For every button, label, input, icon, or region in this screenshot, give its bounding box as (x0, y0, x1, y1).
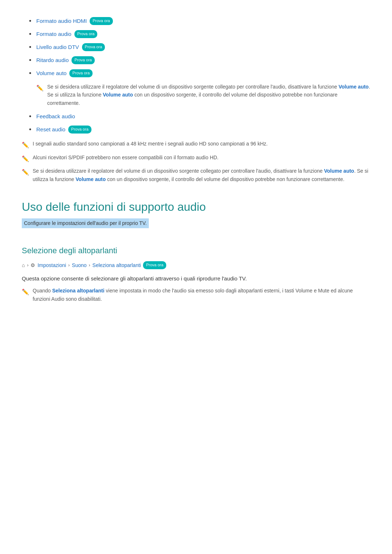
formato-hdmi-badge: Prova ora (90, 17, 113, 25)
volume-auto-link[interactable]: Volume auto (36, 69, 66, 78)
note-volume-auto: ✏️ Se si desidera utilizzare il regolato… (36, 83, 370, 107)
subsection-title: Selezione degli altoparlanti (22, 244, 370, 257)
standalone-note-1: ✏️ I segnali audio standard sono campion… (22, 140, 370, 150)
pencil-icon-3: ✏️ (22, 154, 29, 164)
breadcrumb-badge: Prova ora (143, 261, 166, 269)
standalone-note-3: ✏️ Se si desidera utilizzare il regolato… (22, 167, 370, 183)
breadcrumb-sound-link[interactable]: Suono (72, 261, 86, 269)
livello-dtv-link[interactable]: Livello audio DTV (36, 43, 79, 52)
note-volume-auto-text: Se si desidera utilizzare il regolatore … (47, 83, 370, 107)
pencil-icon-1: ✏️ (36, 83, 44, 93)
ritardo-audio-link[interactable]: Ritardo audio (36, 56, 69, 65)
home-icon: ⌂ (22, 261, 25, 269)
list-item-reset-audio[interactable]: Reset audio Prova ora (29, 123, 370, 136)
standalone-note-1-text: I segnali audio standard sono campionati… (33, 140, 268, 148)
pencil-icon-5: ✏️ (22, 287, 29, 297)
list-item-formato-audio[interactable]: Formato audio Prova ora (29, 28, 370, 41)
breadcrumb: ⌂ › ⚙ Impostazioni › Suono › Seleziona a… (22, 261, 370, 269)
menu-list-2: Feedback audio Reset audio Prova ora (29, 110, 370, 136)
section-main-title: Uso delle funzioni di supporto audio (22, 198, 370, 216)
list-item-volume-auto[interactable]: Volume auto Prova ora (29, 67, 370, 80)
menu-list: Formato audio HDMI Prova ora Formato aud… (29, 15, 370, 80)
livello-dtv-badge: Prova ora (82, 43, 105, 51)
formato-hdmi-link[interactable]: Formato audio HDMI (36, 17, 87, 25)
pencil-icon-4: ✏️ (22, 168, 29, 177)
body-text: Questa opzione consente di selezionare g… (22, 274, 370, 283)
formato-audio-link[interactable]: Formato audio (36, 30, 72, 38)
pencil-icon-2: ✏️ (22, 140, 29, 150)
standalone-note-2-text: Alcuni ricevitori S/PDIF potrebbero non … (33, 153, 219, 161)
breadcrumb-sep-1: › (27, 262, 28, 269)
reset-audio-badge: Prova ora (68, 126, 91, 134)
standalone-note-3-text: Se si desidera utilizzare il regolatore … (33, 167, 370, 183)
ritardo-audio-badge: Prova ora (72, 56, 95, 64)
section-main-subtitle: Configurare le impostazioni dell'audio p… (22, 218, 149, 228)
volume-auto-badge: Prova ora (69, 69, 93, 77)
standalone-note-2: ✏️ Alcuni ricevitori S/PDIF potrebbero n… (22, 153, 370, 164)
breadcrumb-page-link[interactable]: Seleziona altoparlanti (93, 261, 141, 269)
formato-audio-badge: Prova ora (74, 30, 98, 38)
list-item-ritardo-audio[interactable]: Ritardo audio Prova ora (29, 54, 370, 67)
breadcrumb-sep-2: › (68, 262, 70, 269)
list-item-feedback-audio[interactable]: Feedback audio (29, 110, 370, 123)
list-item-livello-dtv[interactable]: Livello audio DTV Prova ora (29, 41, 370, 54)
note-seleziona-text: Quando Seleziona altoparlanti viene impo… (33, 287, 370, 303)
list-item-formato-hdmi[interactable]: Formato audio HDMI Prova ora (29, 15, 370, 28)
breadcrumb-sep-3: › (89, 262, 90, 269)
breadcrumb-settings-link[interactable]: Impostazioni (37, 261, 66, 269)
reset-audio-link[interactable]: Reset audio (36, 125, 65, 134)
feedback-audio-link[interactable]: Feedback audio (36, 112, 75, 121)
settings-gear-icon: ⚙ (30, 261, 35, 269)
note-seleziona: ✏️ Quando Seleziona altoparlanti viene i… (22, 287, 370, 303)
